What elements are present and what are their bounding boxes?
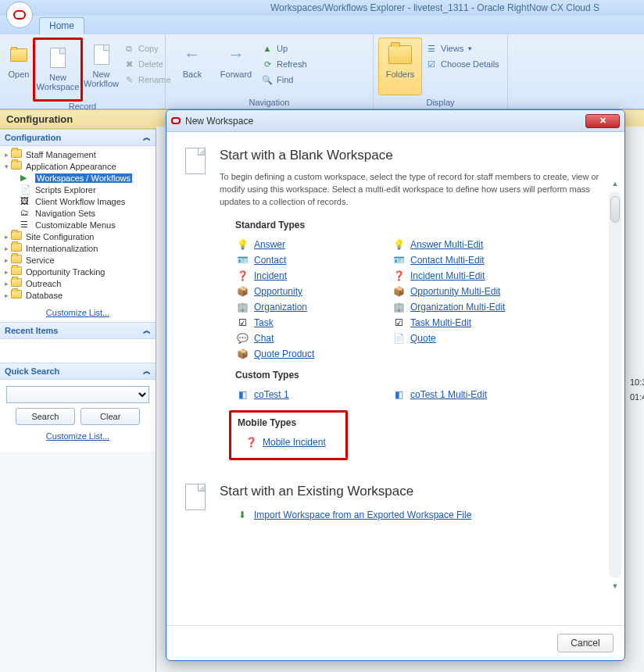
window-title: Workspaces/Workflows Explorer - livetest… — [270, 2, 599, 13]
type-incident[interactable]: ❓Incident — [235, 268, 392, 284]
task-icon: ☑ — [392, 316, 406, 329]
import-workspace-link[interactable]: ⬇Import Workspace from an Exported Works… — [235, 507, 606, 523]
type-answer-multi[interactable]: 💡Answer Multi-Edit — [392, 237, 548, 252]
type-chat[interactable]: 💬Chat — [235, 331, 392, 346]
new-workspace-button[interactable]: New Workspace — [36, 41, 80, 98]
type-contact[interactable]: 🪪Contact — [235, 252, 392, 268]
opportunity-icon: 📦 — [235, 285, 249, 298]
type-incident-multi[interactable]: ❓Incident Multi-Edit — [392, 268, 548, 284]
forward-button[interactable]: → Forward — [214, 38, 258, 95]
choose-details-button[interactable]: ☑Choose Details — [422, 56, 503, 72]
oracle-logo-icon — [13, 10, 26, 20]
views-button[interactable]: ☰Views▼ — [422, 41, 503, 56]
oracle-logo-icon — [171, 117, 181, 124]
type-cotest1-multi[interactable]: ◧coTest 1 Multi-Edit — [392, 387, 548, 402]
type-task-multi[interactable]: ☑Task Multi-Edit — [392, 315, 548, 331]
new-workspace-dialog: New Workspace ✕ Start with a Blank Works… — [166, 109, 625, 661]
copy-icon: ⧉ — [123, 42, 135, 55]
mobile-types-heading: Mobile Types — [238, 417, 339, 428]
up-button[interactable]: ▲Up — [258, 41, 310, 56]
type-opportunity-multi[interactable]: 📦Opportunity Multi-Edit — [392, 284, 548, 299]
customize-list-link[interactable]: Customize List... — [0, 303, 156, 322]
cancel-button[interactable]: Cancel — [557, 634, 614, 652]
contact-icon: 🪪 — [235, 254, 249, 266]
tree-site-configuration[interactable]: ▸Site Configuration — [2, 231, 154, 242]
back-button[interactable]: ← Back — [170, 38, 214, 95]
type-contact-multi[interactable]: 🪪Contact Multi-Edit — [392, 252, 548, 268]
tree-database[interactable]: ▸Database — [2, 289, 154, 301]
title-bar: Workspaces/Workflows Explorer - livetest… — [0, 0, 644, 16]
tab-home[interactable]: Home — [39, 17, 84, 34]
folder-icon — [388, 45, 412, 64]
tree-navigation-sets[interactable]: 🗂Navigation Sets — [2, 207, 154, 219]
tree-outreach[interactable]: ▸Outreach — [2, 277, 154, 289]
type-mobile-incident[interactable]: ❓Mobile Incident — [244, 434, 339, 450]
tree-internationalization[interactable]: ▸Internationalization — [2, 242, 154, 254]
scrollbar[interactable]: ▲ ▼ — [609, 191, 621, 578]
new-workspace-highlight: New Workspace — [33, 38, 83, 102]
type-answer[interactable]: 💡Answer — [235, 237, 392, 252]
search-button[interactable]: Search — [16, 408, 75, 425]
script-icon: 📄 — [20, 184, 33, 195]
folders-button[interactable]: Folders — [378, 38, 422, 95]
clear-button[interactable]: Clear — [80, 408, 140, 425]
type-task[interactable]: ☑Task — [235, 315, 392, 331]
new-workspace-label-2: Workspace — [37, 82, 80, 91]
new-workflow-label-2: Workflow — [84, 79, 119, 88]
rename-icon: ✎ — [123, 73, 135, 86]
group-label-navigation: Navigation — [166, 98, 373, 109]
type-organization[interactable]: 🏢Organization — [235, 299, 392, 315]
type-organization-multi[interactable]: 🏢Organization Multi-Edit — [392, 299, 548, 315]
customize-list-link-2[interactable]: Customize List... — [6, 425, 149, 445]
dialog-titlebar[interactable]: New Workspace ✕ — [166, 110, 624, 132]
tree-customizable-menus[interactable]: ☰Customizable Menus — [2, 219, 154, 231]
quick-search-select[interactable] — [6, 386, 149, 403]
close-button[interactable]: ✕ — [585, 114, 620, 128]
tree-staff-management[interactable]: ▸Staff Management — [2, 148, 154, 160]
open-button[interactable]: Open — [5, 38, 33, 95]
standard-types-heading: Standard Types — [235, 220, 606, 231]
chevron-up-icon: ︽ — [143, 366, 151, 377]
image-icon: 🖼 — [20, 196, 33, 206]
tree-scripts-explorer[interactable]: 📄Scripts Explorer — [2, 184, 154, 195]
refresh-button[interactable]: ⟳Refresh — [258, 56, 310, 72]
config-section-header[interactable]: Configuration︽ — [0, 129, 156, 146]
custom-types-heading: Custom Types — [235, 370, 606, 381]
type-opportunity[interactable]: 📦Opportunity — [235, 284, 392, 299]
details-icon: ☑ — [425, 58, 438, 70]
forward-arrow-icon: → — [227, 45, 245, 65]
tree-opportunity-tracking[interactable]: ▸Opportunity Tracking — [2, 266, 154, 277]
tree-workspaces-workflows[interactable]: ▶Workspaces / Workflows — [2, 172, 154, 184]
new-workflow-label-1: New — [93, 70, 110, 79]
answer-icon: 💡 — [235, 238, 249, 251]
mobile-types-highlight: Mobile Types ❓Mobile Incident — [229, 410, 348, 460]
quick-search-header[interactable]: Quick Search︽ — [0, 363, 156, 380]
opportunity-icon: 📦 — [392, 285, 406, 298]
type-cotest1[interactable]: ◧coTest 1 — [235, 387, 392, 402]
delete-icon: ✖ — [123, 58, 135, 70]
scroll-thumb[interactable] — [610, 196, 620, 223]
contact-icon: 🪪 — [392, 254, 406, 266]
document-icon — [50, 48, 66, 68]
tree-client-workflow-images[interactable]: 🖼Client Workflow Images — [2, 195, 154, 207]
find-button[interactable]: 🔍Find — [258, 72, 310, 88]
tree-application-appearance[interactable]: ▾Application Appearance — [2, 160, 154, 172]
new-workflow-button[interactable]: New Workflow — [83, 38, 120, 95]
config-tree: ▸Staff Management ▾Application Appearanc… — [0, 146, 156, 303]
blank-workspace-heading: Start with a Blank Workspace — [220, 148, 606, 163]
type-quote-product[interactable]: 📦Quote Product — [235, 346, 392, 362]
dialog-body: Start with a Blank Workspace To begin de… — [166, 132, 624, 625]
back-label: Back — [183, 70, 202, 79]
document-icon — [94, 45, 109, 65]
app-menu-orb[interactable] — [6, 2, 33, 28]
incident-icon: ❓ — [244, 436, 258, 449]
blank-workspace-icon — [185, 148, 213, 179]
recent-items-header[interactable]: Recent Items︽ — [0, 322, 156, 339]
standard-left-col: 💡Answer 🪪Contact ❓Incident 📦Opportunity … — [235, 237, 392, 362]
type-quote[interactable]: 📄Quote — [392, 331, 548, 346]
organization-icon: 🏢 — [392, 301, 406, 313]
scroll-down-icon[interactable]: ▼ — [609, 580, 621, 592]
group-label-display: Display — [374, 98, 507, 109]
scroll-up-icon[interactable]: ▲ — [609, 177, 621, 190]
tree-service[interactable]: ▸Service — [2, 254, 154, 266]
